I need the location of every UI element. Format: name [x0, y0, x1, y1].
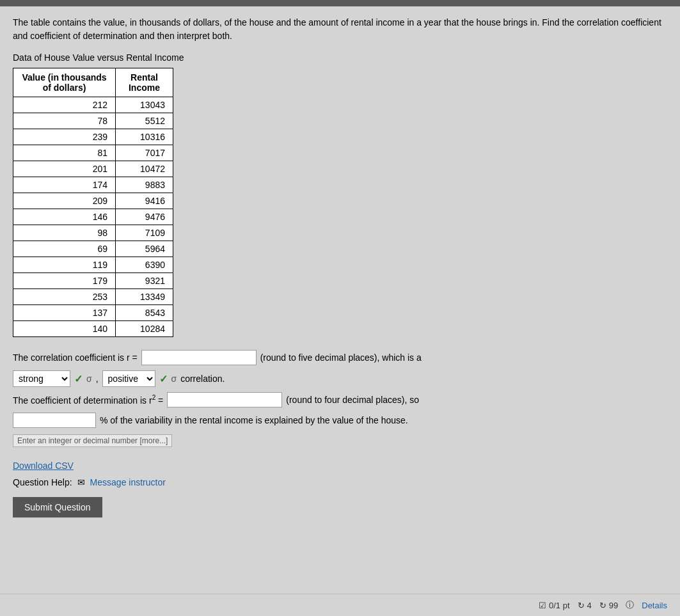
table-cell-value: 201	[13, 161, 116, 177]
table-cell-value: 137	[13, 305, 116, 321]
table-title: Data of House Value versus Rental Income	[13, 52, 667, 63]
question-text: The table contains the value, in thousan…	[13, 16, 667, 43]
correlation-input[interactable]	[141, 350, 257, 365]
table-cell-rental: 7109	[116, 225, 173, 241]
table-row: 23910316	[13, 129, 173, 145]
details-link[interactable]: Details	[642, 601, 667, 610]
table-cell-value: 146	[13, 209, 116, 225]
message-icon: ✉	[77, 477, 85, 487]
sigma-icon-2: σ	[171, 374, 177, 384]
content-area: The table contains the value, in thousan…	[0, 6, 680, 595]
table-cell-rental: 6390	[116, 257, 173, 273]
strength-select[interactable]: strong weak moderate	[13, 370, 70, 387]
determination-hint: (round to four decimal places), so	[286, 395, 419, 405]
data-table: Value (in thousandsof dollars) RentalInc…	[13, 68, 173, 337]
retry-icon: ↻	[578, 601, 585, 610]
score-item: ☑ 0/1 pt	[539, 601, 570, 610]
correlation-label: The correlation coefficient is r =	[13, 352, 138, 363]
table-cell-value: 69	[13, 241, 116, 257]
table-row: 1469476	[13, 209, 173, 225]
correlation-hint: (round to five decimal places), which is…	[260, 352, 422, 363]
table-cell-rental: 13043	[116, 97, 173, 113]
table-row: 987109	[13, 225, 173, 241]
variability-suffix: % of the variability in the rental incom…	[100, 415, 408, 425]
info-icon: ⓘ	[626, 599, 634, 611]
question-help-label: Question Help:	[13, 477, 72, 487]
correlation-row: The correlation coefficient is r = (roun…	[13, 350, 667, 365]
main-container: The table contains the value, in thousan…	[0, 0, 680, 616]
table-cell-rental: 13349	[116, 289, 173, 305]
edit-icon: ☑	[539, 601, 546, 610]
correlation-section: The correlation coefficient is r = (roun…	[13, 350, 667, 387]
table-cell-rental: 5512	[116, 113, 173, 129]
variability-row: % of the variability in the rental incom…	[13, 413, 667, 428]
download-csv-link[interactable]: Download CSV	[13, 461, 74, 471]
col-header-rental: RentalIncome	[116, 68, 173, 97]
table-cell-value: 253	[13, 289, 116, 305]
variability-input[interactable]	[13, 413, 96, 428]
check-icon-2: ✓	[159, 373, 168, 385]
direction-select[interactable]: positive negative	[102, 370, 155, 387]
input-hint: Enter an integer or decimal number [more…	[13, 434, 172, 447]
sigma-icon-1: σ	[86, 374, 92, 384]
submit-section: Submit Question	[13, 497, 667, 527]
table-row: 21213043	[13, 97, 173, 113]
table-row: 2099416	[13, 193, 173, 209]
table-cell-value: 239	[13, 129, 116, 145]
table-cell-rental: 9321	[116, 273, 173, 289]
table-row: 695964	[13, 241, 173, 257]
table-row: 25313349	[13, 289, 173, 305]
comma-separator: ,	[96, 374, 99, 384]
info-item: ⓘ	[626, 599, 634, 611]
determination-label: The coefficient of determination is r2 =	[13, 394, 163, 406]
table-row: 1799321	[13, 273, 173, 289]
table-row: 1749883	[13, 177, 173, 193]
attempts-icon: ↻	[599, 601, 606, 610]
table-cell-value: 174	[13, 177, 116, 193]
strength-row: strong weak moderate ✓ σ , positive nega…	[13, 370, 667, 387]
input-hint-container: Enter an integer or decimal number [more…	[13, 433, 667, 447]
table-row: 1196390	[13, 257, 173, 273]
question-help: Question Help: ✉ Message instructor	[13, 477, 667, 487]
determination-input[interactable]	[167, 392, 282, 407]
table-cell-rental: 9416	[116, 193, 173, 209]
col-header-value: Value (in thousandsof dollars)	[13, 68, 116, 97]
table-cell-rental: 9476	[116, 209, 173, 225]
table-cell-rental: 8543	[116, 305, 173, 321]
table-cell-rental: 10284	[116, 321, 173, 337]
table-cell-value: 119	[13, 257, 116, 273]
retry-value: 4	[587, 601, 592, 610]
table-cell-value: 209	[13, 193, 116, 209]
bottom-bar: ☑ 0/1 pt ↻ 4 ↻ 99 ⓘ Details	[0, 594, 680, 616]
table-cell-rental: 10316	[116, 129, 173, 145]
bottom-stats: ☑ 0/1 pt ↻ 4 ↻ 99 ⓘ Details	[539, 599, 667, 611]
table-row: 817017	[13, 145, 173, 161]
table-cell-rental: 5964	[116, 241, 173, 257]
retry-item: ↻ 4	[578, 601, 592, 610]
attempts-item: ↻ 99	[599, 601, 618, 610]
submit-button[interactable]: Submit Question	[13, 497, 102, 517]
table-cell-rental: 10472	[116, 161, 173, 177]
table-cell-rental: 7017	[116, 145, 173, 161]
check-icon-1: ✓	[74, 373, 83, 385]
table-cell-value: 179	[13, 273, 116, 289]
attempts-value: 99	[609, 601, 618, 610]
table-row: 20110472	[13, 161, 173, 177]
table-row: 1378543	[13, 305, 173, 321]
table-cell-value: 78	[13, 113, 116, 129]
correlation-suffix: correlation.	[180, 374, 225, 384]
message-instructor-link[interactable]: Message instructor	[90, 477, 166, 487]
table-cell-value: 212	[13, 97, 116, 113]
table-cell-value: 98	[13, 225, 116, 241]
score-value: 0/1 pt	[549, 601, 570, 610]
table-cell-rental: 9883	[116, 177, 173, 193]
table-cell-value: 81	[13, 145, 116, 161]
table-cell-value: 140	[13, 321, 116, 337]
table-row: 785512	[13, 113, 173, 129]
determination-row: The coefficient of determination is r2 =…	[13, 392, 667, 407]
table-row: 14010284	[13, 321, 173, 337]
